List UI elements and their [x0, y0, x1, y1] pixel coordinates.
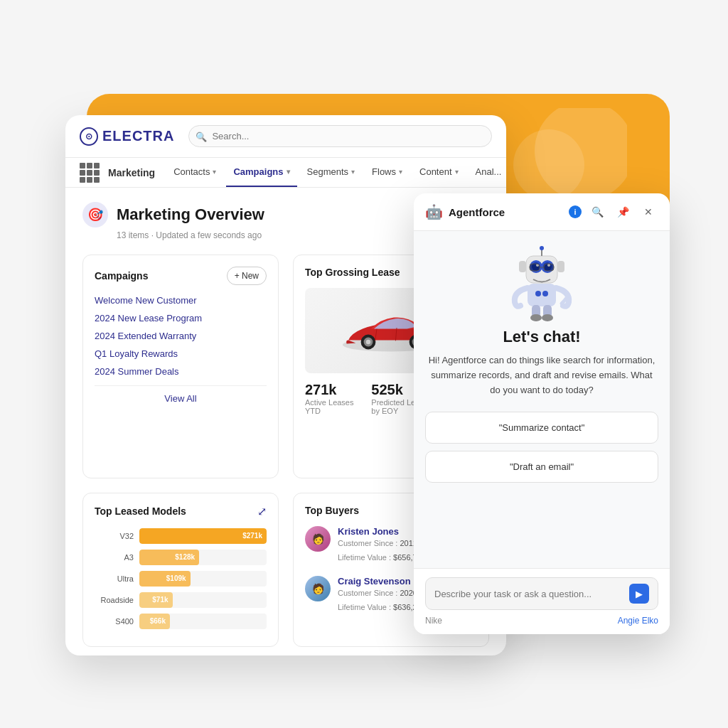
bar-row-roadside: Roadside $71k [95, 592, 267, 608]
buyer-since-label-1: Customer Since : [338, 539, 400, 547]
close-button[interactable]: ✕ [638, 202, 658, 222]
chat-user-2[interactable]: Angie Elko [618, 616, 658, 626]
svg-rect-14 [530, 264, 540, 271]
bar-row-ultra: Ultra $109k [95, 571, 267, 587]
campaign-item-2[interactable]: 2024 New Lease Program [95, 313, 267, 323]
nav-campaigns-label: Campaigns [233, 166, 283, 177]
search-button[interactable]: 🔍 [587, 202, 607, 222]
crm-nav: Marketing Contacts ▾ Campaigns ▾ Segment… [65, 158, 506, 188]
circle-2 [513, 129, 584, 200]
page-title: Marketing Overview [117, 205, 264, 224]
campaigns-card-header: Campaigns + New [95, 267, 267, 285]
svg-point-3 [366, 340, 370, 344]
agentforce-title: Agentforce [449, 206, 563, 218]
nav-item-campaigns[interactable]: Campaigns ▾ [226, 158, 296, 187]
svg-point-26 [530, 314, 542, 321]
nav-item-contacts[interactable]: Contacts ▾ [166, 158, 223, 187]
buyers-title: Top Buyers [305, 505, 359, 516]
chart-header: Top Leased Models ⤢ [95, 505, 267, 518]
logo-icon: ⊙ [80, 127, 98, 146]
grid-dot [94, 163, 100, 168]
chat-body: Let's chat! Hi! Agentforce can do things… [414, 231, 670, 568]
chat-user-labels: Nike Angie Elko [425, 610, 658, 626]
bar-v32: $271k [139, 528, 267, 544]
svg-rect-21 [528, 284, 556, 306]
chat-footer: ▶ Nike Angie Elko [414, 568, 670, 634]
chevron-down-icon: ▾ [213, 168, 216, 176]
bar-ultra: $109k [139, 571, 191, 587]
svg-point-18 [540, 246, 544, 250]
mascot-svg [506, 245, 577, 323]
scene: ⊙ ELECTRA 🔍 Marketing [44, 73, 684, 655]
grid-dot [80, 177, 85, 183]
bar-row-a3: A3 $128k [95, 550, 267, 565]
suggestion-2[interactable]: "Draft an email" [425, 451, 658, 483]
bar-s400: $66k [139, 614, 170, 629]
svg-rect-20 [557, 261, 564, 272]
nav-item-flows[interactable]: Flows ▾ [365, 158, 410, 187]
suggestion-1[interactable]: "Summarize contact" [425, 412, 658, 444]
grid-dot [80, 163, 85, 168]
campaign-item-5[interactable]: 2024 Summer Deals [95, 366, 267, 377]
info-badge[interactable]: i [569, 205, 582, 218]
buyer-avatar-1: 🧑 [305, 526, 331, 552]
new-campaign-button[interactable]: + New [227, 267, 267, 285]
bar-roadside: $71k [139, 592, 173, 608]
lease-title: Top Grossing Lease [305, 267, 400, 278]
active-leases-value: 271k [305, 382, 357, 398]
bar-label-a3: A3 [95, 553, 134, 562]
search-input[interactable] [188, 125, 492, 147]
grid-dot [87, 170, 92, 176]
crm-topbar: ⊙ ELECTRA 🔍 [65, 115, 506, 158]
grid-dot [87, 177, 92, 183]
bar-container-a3: $128k [139, 550, 267, 565]
expand-icon[interactable]: ⤢ [257, 505, 267, 518]
send-button[interactable]: ▶ [629, 584, 649, 604]
pin-button[interactable]: 📌 [613, 202, 633, 222]
chevron-down-icon: ▾ [399, 168, 402, 176]
bar-label-s400: S400 [95, 617, 134, 626]
nav-contacts-label: Contacts [173, 166, 210, 177]
nav-item-content[interactable]: Content ▾ [412, 158, 466, 187]
app-label: Marketing [108, 167, 155, 178]
view-all-button[interactable]: View All [95, 385, 267, 404]
bar-container-s400: $66k [139, 614, 267, 629]
active-leases-label: Active Leases YTD [305, 398, 357, 415]
chat-header: 🤖 Agentforce i 🔍 📌 ✕ [414, 193, 670, 231]
nav-analytics-label: Anal... [476, 166, 502, 177]
agentforce-icon: 🤖 [425, 203, 443, 220]
buyer-lifetime-label-1: Lifetime Value : [338, 553, 393, 562]
nav-item-analytics[interactable]: Anal... [469, 158, 506, 187]
svg-point-23 [542, 291, 548, 296]
bar-container-roadside: $71k [139, 592, 267, 608]
bar-label-ultra: Ultra [95, 574, 134, 583]
chat-input[interactable] [434, 589, 623, 599]
grid-icon[interactable] [80, 163, 100, 183]
svg-point-27 [542, 314, 553, 321]
campaigns-card: Campaigns + New Welcome New Customer 202… [82, 255, 279, 478]
chevron-down-icon: ▾ [287, 168, 290, 176]
campaigns-title: Campaigns [95, 270, 148, 282]
search-bar[interactable]: 🔍 [188, 125, 492, 147]
bar-label-v32: V32 [95, 532, 134, 540]
campaign-item-1[interactable]: Welcome New Customer [95, 295, 267, 306]
agentforce-panel: 🤖 Agentforce i 🔍 📌 ✕ [414, 193, 670, 634]
logo: ⊙ ELECTRA [80, 127, 174, 146]
nav-item-segments[interactable]: Segments ▾ [300, 158, 363, 187]
campaign-item-4[interactable]: Q1 Loyalty Rewards [95, 348, 267, 359]
svg-point-22 [535, 291, 541, 296]
nav-segments-label: Segments [307, 166, 349, 177]
bar-label-roadside: Roadside [95, 596, 134, 604]
chevron-down-icon: ▾ [455, 168, 459, 176]
nav-flows-label: Flows [372, 166, 396, 177]
chart-title: Top Leased Models [95, 505, 186, 517]
buyer-avatar-2: 🧑 [305, 576, 331, 601]
bar-container-ultra: $109k [139, 571, 267, 587]
chat-welcome: Let's chat! [503, 328, 580, 346]
chat-header-actions: 🔍 📌 ✕ [587, 202, 658, 222]
page-icon: 🎯 [82, 202, 108, 228]
chat-input-row: ▶ [425, 577, 658, 610]
chevron-down-icon: ▾ [351, 168, 355, 176]
svg-rect-19 [519, 261, 526, 272]
campaign-item-3[interactable]: 2024 Extended Warranty [95, 331, 267, 341]
